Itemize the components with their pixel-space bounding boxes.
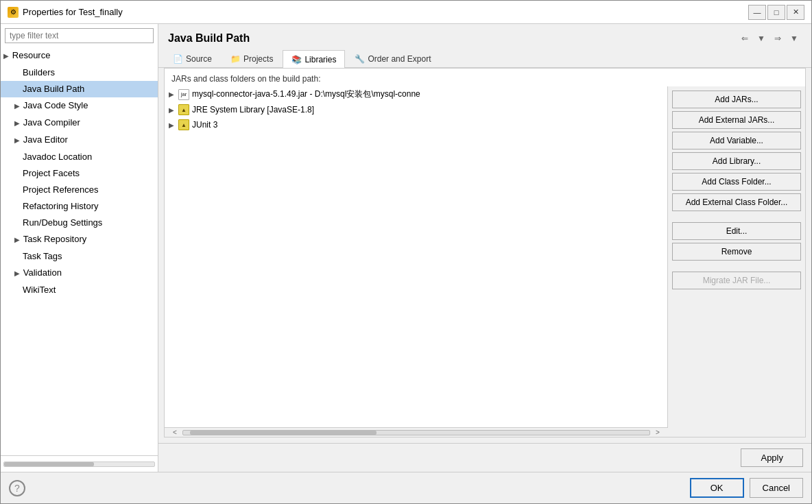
cancel-button[interactable]: Cancel bbox=[750, 478, 803, 498]
sidebar-item-javadoc-location[interactable]: Javadoc Location bbox=[1, 149, 158, 165]
lib-expand-arrow-junit3: ▶ bbox=[169, 121, 174, 129]
sidebar-scrollbar-thumb bbox=[4, 462, 94, 466]
libraries-tab-icon: 📚 bbox=[291, 55, 302, 64]
lib-label-jre-system: JRE System Library [JavaSE-1.8] bbox=[192, 105, 314, 115]
apply-footer: Apply bbox=[158, 443, 811, 472]
lib-scrollbar-track bbox=[182, 430, 650, 435]
edit-button[interactable]: Edit... bbox=[672, 222, 801, 240]
sidebar-bottom bbox=[1, 455, 158, 472]
maximize-button[interactable]: □ bbox=[767, 5, 785, 20]
source-tab-icon: 📄 bbox=[173, 54, 183, 64]
remove-button[interactable]: Remove bbox=[672, 243, 801, 261]
lib-item-jre-system[interactable]: ▶▲JRE System Library [JavaSE-1.8] bbox=[165, 102, 667, 117]
lib-icon-junit3: ▲ bbox=[178, 119, 189, 130]
sidebar-item-label-java-compiler: Java Compiler bbox=[23, 117, 80, 128]
sidebar-item-label-project-facets: Project Facets bbox=[23, 168, 80, 178]
panel-header: Java Build Path ⇐ ▼ ⇒ ▼ bbox=[158, 24, 811, 50]
sidebar-item-label-validation: Validation bbox=[23, 267, 62, 278]
minimize-button[interactable]: — bbox=[748, 5, 766, 20]
tabs-bar: 📄Source📁Projects📚Libraries🔧Order and Exp… bbox=[158, 50, 811, 68]
add-external-jars-button[interactable]: Add External JARs... bbox=[672, 111, 801, 129]
sidebar-scrollbar[interactable] bbox=[3, 461, 155, 467]
main-content: ▶ ResourceBuildersJava Build Path▶ Java … bbox=[1, 24, 811, 472]
sidebar-item-label-refactoring-history: Refactoring History bbox=[23, 201, 99, 211]
lib-expand-arrow-mysql-connector: ▶ bbox=[169, 91, 174, 98]
nav-back-dropdown[interactable]: ▼ bbox=[754, 31, 769, 46]
tab-source[interactable]: 📄Source bbox=[164, 50, 221, 67]
sidebar-item-label-resource: Resource bbox=[12, 50, 51, 60]
add-class-folder-button[interactable]: Add Class Folder... bbox=[672, 173, 801, 191]
source-tab-label: Source bbox=[186, 54, 212, 64]
lib-scrollbar-thumb bbox=[190, 431, 377, 435]
libraries-body: ▶jarmysql-connector-java-5.1.49.jar - D:… bbox=[165, 86, 805, 437]
sidebar-item-refactoring-history[interactable]: Refactoring History bbox=[1, 198, 158, 215]
sidebar-item-label-builders: Builders bbox=[23, 67, 55, 77]
sidebar-item-label-javadoc-location: Javadoc Location bbox=[23, 152, 92, 162]
lib-icon-mysql-connector: jar bbox=[178, 89, 189, 100]
sidebar-item-label-task-tags: Task Tags bbox=[23, 251, 62, 261]
sidebar-item-label-java-code-style: Java Code Style bbox=[23, 100, 88, 110]
content-description: JARs and class folders on the build path… bbox=[165, 69, 805, 86]
sidebar-item-project-references[interactable]: Project References bbox=[1, 182, 158, 198]
scroll-right-button[interactable]: > bbox=[650, 425, 665, 437]
tab-projects[interactable]: 📁Projects bbox=[222, 50, 282, 67]
close-button[interactable]: ✕ bbox=[787, 5, 804, 20]
lib-expand-arrow-jre-system: ▶ bbox=[169, 106, 174, 114]
sidebar-item-wikitext[interactable]: WikiText bbox=[1, 282, 158, 298]
sidebar-item-project-facets[interactable]: Project Facets bbox=[1, 165, 158, 182]
add-external-class-folder-button[interactable]: Add External Class Folder... bbox=[672, 193, 801, 211]
sidebar-item-label-task-repository: Task Repository bbox=[23, 234, 86, 244]
sidebar-item-java-build-path[interactable]: Java Build Path bbox=[1, 81, 158, 97]
sidebar-item-label-project-references: Project References bbox=[23, 184, 99, 195]
title-bar: ⚙ Properties for Test_finally — □ ✕ bbox=[1, 1, 811, 24]
lib-buttons: Add JARs... Add External JARs... Add Var… bbox=[668, 86, 805, 437]
add-jars-button[interactable]: Add JARs... bbox=[672, 91, 801, 108]
sidebar-item-run-debug-settings[interactable]: Run/Debug Settings bbox=[1, 215, 158, 231]
sidebar-item-task-tags[interactable]: Task Tags bbox=[1, 248, 158, 265]
sidebar-item-java-editor[interactable]: ▶ Java Editor bbox=[1, 132, 158, 149]
sidebar-item-java-compiler[interactable]: ▶ Java Compiler bbox=[1, 115, 158, 132]
lib-item-junit3[interactable]: ▶▲JUnit 3 bbox=[165, 117, 667, 132]
tab-order-export[interactable]: 🔧Order and Export bbox=[346, 50, 440, 67]
sidebar-item-label-java-editor: Java Editor bbox=[23, 134, 68, 145]
migrate-jar-button[interactable]: Migrate JAR File... bbox=[672, 272, 801, 289]
lib-item-mysql-connector[interactable]: ▶jarmysql-connector-java-5.1.49.jar - D:… bbox=[165, 86, 667, 102]
lib-scrollbar[interactable]: < > bbox=[165, 427, 668, 437]
help-button[interactable]: ? bbox=[9, 480, 25, 496]
sidebar-item-label-java-build-path: Java Build Path bbox=[23, 84, 84, 94]
sidebar-tree: ▶ ResourceBuildersJava Build Path▶ Java … bbox=[1, 46, 158, 455]
panel-title: Java Build Path bbox=[168, 32, 250, 45]
lib-list-container: ▶jarmysql-connector-java-5.1.49.jar - D:… bbox=[165, 86, 668, 437]
projects-tab-icon: 📁 bbox=[230, 54, 241, 64]
sidebar-item-label-wikitext: WikiText bbox=[23, 285, 56, 295]
title-bar-left: ⚙ Properties for Test_finally bbox=[8, 7, 123, 18]
panel-nav-icons: ⇐ ▼ ⇒ ▼ bbox=[737, 31, 802, 46]
filter-input[interactable] bbox=[5, 28, 154, 43]
sidebar-item-resource[interactable]: ▶ Resource bbox=[1, 47, 158, 64]
ok-button[interactable]: OK bbox=[690, 478, 744, 498]
apply-button[interactable]: Apply bbox=[741, 448, 803, 467]
order-export-tab-label: Order and Export bbox=[368, 54, 431, 64]
nav-fwd-dropdown[interactable]: ▼ bbox=[787, 31, 802, 46]
lib-label-junit3: JUnit 3 bbox=[192, 120, 217, 130]
dialog-bottom-bar: ? OK Cancel bbox=[1, 472, 811, 503]
add-variable-button[interactable]: Add Variable... bbox=[672, 132, 801, 149]
scroll-left-button[interactable]: < bbox=[167, 425, 182, 437]
right-panel: Java Build Path ⇐ ▼ ⇒ ▼ 📄Source📁Projects… bbox=[158, 24, 811, 472]
tab-libraries[interactable]: 📚Libraries bbox=[283, 50, 345, 68]
sidebar-item-validation[interactable]: ▶ Validation bbox=[1, 265, 158, 282]
nav-fwd-button[interactable]: ⇒ bbox=[770, 31, 785, 46]
lib-label-mysql-connector: mysql-connector-java-5.1.49.jar - D:\mys… bbox=[192, 88, 420, 100]
bottom-buttons: OK Cancel bbox=[690, 478, 803, 498]
sidebar-item-label-run-debug-settings: Run/Debug Settings bbox=[23, 217, 102, 228]
sidebar-item-task-repository[interactable]: ▶ Task Repository bbox=[1, 231, 158, 248]
window-controls: — □ ✕ bbox=[748, 5, 804, 20]
add-library-button[interactable]: Add Library... bbox=[672, 152, 801, 170]
lib-list[interactable]: ▶jarmysql-connector-java-5.1.49.jar - D:… bbox=[165, 86, 668, 427]
dialog-icon: ⚙ bbox=[8, 7, 19, 18]
sidebar-item-builders[interactable]: Builders bbox=[1, 64, 158, 81]
nav-back-button[interactable]: ⇐ bbox=[737, 31, 752, 46]
projects-tab-label: Projects bbox=[243, 54, 273, 64]
lib-icon-jre-system: ▲ bbox=[178, 104, 189, 115]
sidebar-item-java-code-style[interactable]: ▶ Java Code Style bbox=[1, 97, 158, 115]
